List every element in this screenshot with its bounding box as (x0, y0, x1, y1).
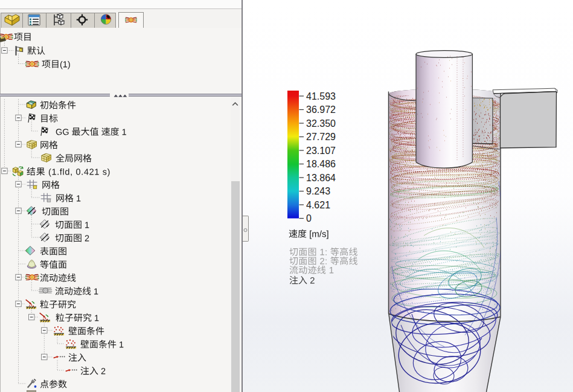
svg-text:9.243: 9.243 (306, 186, 330, 196)
svg-text:36.972: 36.972 (306, 104, 336, 115)
svg-text:41.593: 41.593 (306, 91, 336, 101)
svg-text:4.621: 4.621 (306, 200, 330, 210)
svg-text:27.729: 27.729 (306, 132, 336, 142)
svg-text:23.107: 23.107 (306, 146, 336, 156)
svg-text:32.350: 32.350 (306, 118, 336, 129)
svg-text:13.864: 13.864 (306, 173, 336, 183)
svg-text:0: 0 (306, 213, 312, 223)
svg-text:18.486: 18.486 (306, 159, 336, 169)
